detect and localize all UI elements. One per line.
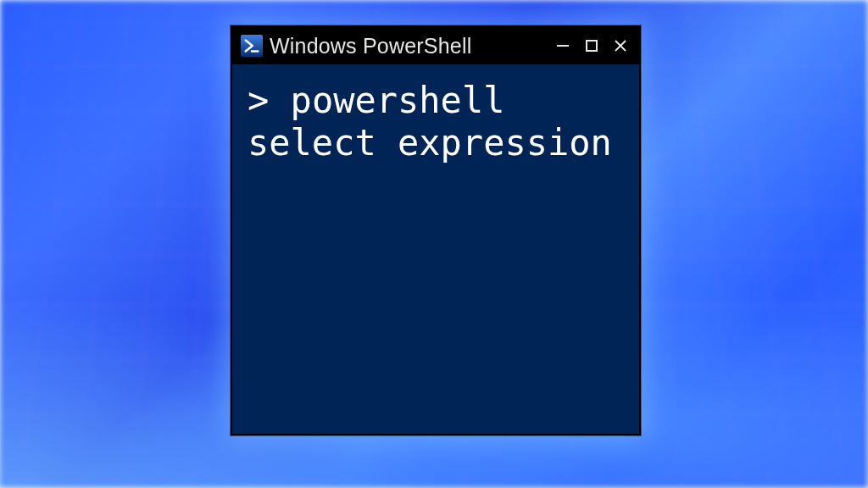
svg-rect-4 [587, 41, 597, 51]
window-controls [553, 32, 631, 59]
maximize-button[interactable] [581, 32, 602, 59]
powershell-icon [241, 35, 263, 57]
terminal-body[interactable]: > powershell select expression [232, 64, 639, 434]
prompt-symbol: > [248, 80, 269, 121]
window-title: Windows PowerShell [270, 34, 546, 58]
powershell-window[interactable]: Windows PowerShell > powershell select e… [231, 25, 641, 435]
titlebar[interactable]: Windows PowerShell [232, 27, 639, 64]
minimize-button[interactable] [553, 32, 573, 59]
close-button[interactable] [610, 32, 631, 59]
command-text: powershell select expression [248, 80, 612, 164]
